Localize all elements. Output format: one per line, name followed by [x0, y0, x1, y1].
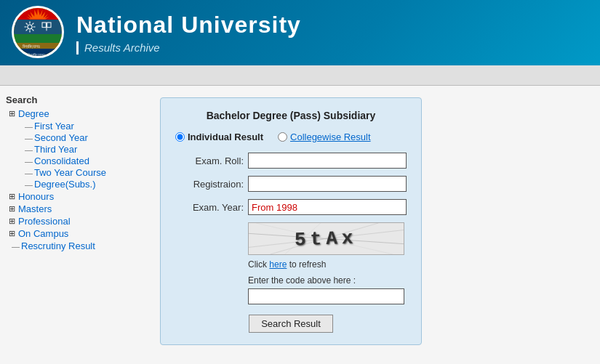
on-campus-expand-icon: ⊞ [9, 229, 15, 238]
svg-line-6 [26, 23, 28, 24]
degree-expand-icon: ⊞ [9, 109, 15, 118]
honours-expand-icon: ⊞ [9, 192, 15, 201]
svg-rect-11 [47, 23, 51, 28]
on-campus-link[interactable]: On Campus [18, 228, 68, 239]
nav-bar [0, 65, 600, 86]
registration-input[interactable] [248, 176, 407, 192]
degree-link[interactable]: Degree [18, 108, 49, 119]
consolidated-link[interactable]: Consolidated [34, 155, 89, 166]
svg-line-8 [32, 23, 33, 24]
sidebar-item-rescrutiny[interactable]: — Rescrutiny Result [12, 240, 140, 251]
svg-text:বিশ্ববিদ্যালয়: বিশ্ববিদ্যালয় [23, 44, 40, 49]
degree-subs-link[interactable]: Degree(Subs.) [34, 179, 96, 190]
svg-rect-10 [42, 23, 46, 28]
individual-result-label: Individual Result [188, 132, 263, 142]
masters-link[interactable]: Masters [18, 203, 52, 214]
form-panel: Bachelor Degree (Pass) Subsidiary Indivi… [160, 97, 422, 345]
header-text: National University Results Archive [76, 12, 301, 54]
captcha-refresh-suffix: to refresh [287, 259, 326, 270]
collegewise-result-radio[interactable] [278, 132, 287, 142]
search-btn-row: Search Result [175, 315, 407, 333]
captcha-image-section: 5tAx [248, 222, 407, 255]
header: বিশ্ববিদ্যালয় জাতীয় বিশ্ববিদ্যালয় Nat… [0, 0, 600, 65]
honours-link[interactable]: Honours [18, 191, 54, 202]
second-year-link[interactable]: Second Year [34, 132, 88, 143]
sidebar-item-on-campus[interactable]: ⊞ On Campus [9, 228, 140, 239]
captcha-code-input[interactable] [248, 288, 404, 304]
form-panel-wrapper: Bachelor Degree (Pass) Subsidiary Indivi… [145, 86, 600, 364]
third-year-link[interactable]: Third Year [34, 144, 77, 155]
registration-row: Registraion: [175, 176, 407, 192]
main-content: Search ⊞ Degree — First Year — Second Ye… [0, 86, 600, 364]
individual-result-radio[interactable] [175, 132, 185, 142]
exam-roll-input[interactable] [248, 153, 407, 169]
captcha-image: 5tAx [248, 222, 404, 255]
captcha-text: 5tAx [295, 227, 358, 251]
captcha-code-label: Enter the code above here : [248, 275, 407, 286]
svg-point-1 [28, 25, 32, 29]
list-item: — Degree(Subs.) [25, 179, 140, 190]
list-item: — First Year [25, 121, 140, 132]
sidebar-item-degree[interactable]: ⊞ Degree [9, 108, 140, 119]
professional-expand-icon: ⊞ [9, 217, 15, 226]
sidebar-item-masters[interactable]: ⊞ Masters [9, 203, 140, 214]
list-item: — Third Year [25, 144, 140, 155]
masters-expand-icon: ⊞ [9, 204, 15, 214]
registration-label: Registraion: [175, 179, 248, 190]
results-archive-label: Results Archive [84, 41, 160, 54]
sidebar-item-honours[interactable]: ⊞ Honours [9, 191, 140, 202]
form-panel-title: Bachelor Degree (Pass) Subsidiary [175, 110, 407, 121]
subtitle-accent [76, 41, 79, 54]
sidebar-tree: ⊞ Degree — First Year — Second Year — Th… [9, 108, 140, 251]
rescrutiny-link[interactable]: Rescrutiny Result [21, 240, 95, 251]
search-result-button[interactable]: Search Result [249, 315, 333, 333]
svg-text:জাতীয় বিশ্ববিদ্যালয়: জাতীয় বিশ্ববিদ্যালয় [17, 53, 45, 58]
first-year-link[interactable]: First Year [34, 121, 74, 132]
university-name: National University [76, 12, 301, 39]
svg-line-7 [32, 29, 33, 31]
exam-roll-label: Exam. Roll: [175, 155, 248, 166]
sidebar-search-label: Search [6, 94, 140, 105]
sidebar-item-professional[interactable]: ⊞ Professional [9, 216, 140, 227]
sidebar: Search ⊞ Degree — First Year — Second Ye… [0, 86, 145, 364]
exam-roll-row: Exam. Roll: [175, 153, 407, 169]
two-year-course-link[interactable]: Two Year Course [34, 167, 106, 178]
exam-year-label: Exam. Year: [175, 202, 248, 213]
collegewise-result-label[interactable]: Collegewise Result [290, 132, 371, 142]
individual-result-option[interactable]: Individual Result [175, 132, 263, 142]
captcha-refresh: Click here to refresh [248, 259, 407, 270]
list-item: — Second Year [25, 132, 140, 143]
captcha-refresh-link[interactable]: here [269, 259, 287, 270]
professional-link[interactable]: Professional [18, 216, 71, 227]
list-item: — Consolidated [25, 155, 140, 166]
exam-year-input[interactable] [248, 199, 407, 215]
svg-line-9 [26, 29, 28, 31]
svg-marker-0 [26, 8, 49, 19]
list-item: — Two Year Course [25, 167, 140, 178]
logo: বিশ্ববিদ্যালয় জাতীয় বিশ্ববিদ্যালয় [12, 6, 66, 60]
degree-children: — First Year — Second Year — Third Year … [25, 121, 140, 190]
collegewise-result-option[interactable]: Collegewise Result [278, 132, 371, 142]
radio-row: Individual Result Collegewise Result [175, 132, 407, 142]
captcha-refresh-text: Click [248, 259, 269, 270]
exam-year-row: Exam. Year: [175, 199, 407, 215]
